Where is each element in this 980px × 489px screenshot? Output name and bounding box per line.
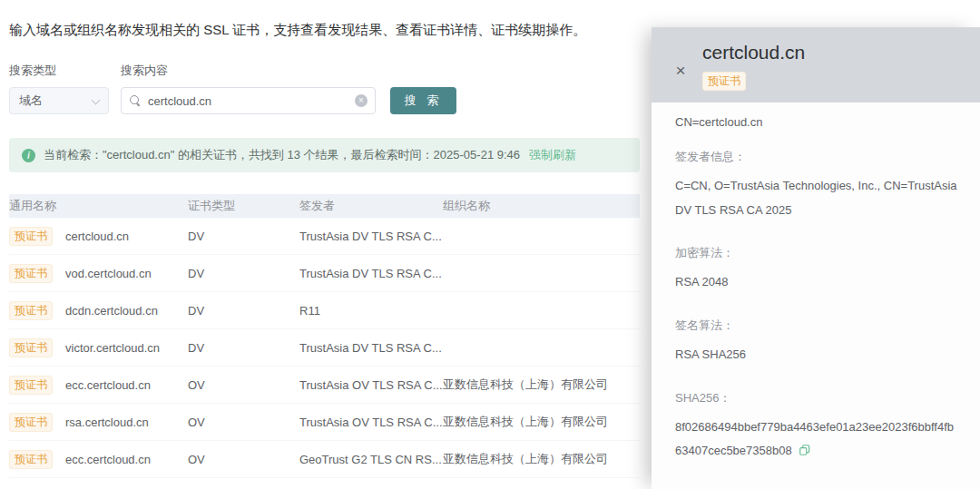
drawer-body[interactable]: CN=certcloud.cn 签发者信息： C=CN, O=TrustAsia…	[652, 103, 980, 489]
search-type-value: 域名	[19, 93, 92, 109]
search-content-label: 搜索内容	[121, 63, 376, 79]
clear-icon[interactable]: ×	[355, 94, 368, 107]
precert-badge: 预证书	[702, 72, 746, 91]
issuer-info-section: 签发者信息： C=CN, O=TrustAsia Technologies, I…	[675, 149, 960, 222]
encryption-alg-label: 加密算法：	[675, 245, 960, 261]
header-issuer: 签发者	[299, 198, 443, 214]
search-input[interactable]	[148, 94, 355, 108]
precert-badge: 预证书	[9, 264, 53, 283]
search-button[interactable]: 搜 索	[390, 87, 456, 114]
cert-detail-drawer: × certcloud.cn 预证书 CN=certcloud.cn 签发者信息…	[652, 27, 980, 489]
issuer-info-label: 签发者信息：	[675, 149, 960, 165]
cert-type: DV	[188, 304, 299, 318]
org-name: 亚数信息科技（上海）有限公司	[443, 377, 640, 393]
issuer: TrustAsia DV TLS RSA C...	[299, 230, 443, 243]
cert-type: DV	[188, 267, 299, 280]
sha256-section: SHA256： 8f02686494bbef779ba4463efe01a23e…	[675, 390, 960, 465]
cert-type: OV	[188, 416, 299, 429]
search-type-select[interactable]: 域名	[9, 87, 109, 114]
precert-badge: 预证书	[9, 376, 53, 395]
common-name: rsa.certcloud.cn	[65, 416, 149, 429]
header-org-name: 组织名称	[443, 198, 640, 214]
issuer: TrustAsia OV TLS RSA C...	[299, 378, 443, 392]
table-row[interactable]: 预证书certcloud.cn DV TrustAsia DV TLS RSA …	[9, 218, 640, 255]
cert-type: DV	[188, 230, 299, 243]
banner-text: 当前检索："certcloud.cn" 的相关证书，共找到 13 个结果，最后检…	[44, 147, 520, 163]
search-content-field: 搜索内容 ×	[121, 63, 376, 114]
signature-alg-label: 签名算法：	[675, 318, 960, 334]
precert-badge: 预证书	[9, 227, 53, 246]
table-row[interactable]: 预证书ecc.certcloud.cn OV GeoTrust G2 TLS C…	[9, 441, 640, 478]
search-result-banner: i 当前检索："certcloud.cn" 的相关证书，共找到 13 个结果，最…	[9, 138, 640, 172]
info-icon: i	[22, 149, 35, 162]
table-row[interactable]: 预证书ecc.certcloud.cn OV TrustAsia OV TLS …	[9, 367, 640, 404]
force-refresh-link[interactable]: 强制刷新	[529, 147, 576, 163]
issuer: TrustAsia DV TLS RSA C...	[299, 267, 443, 280]
common-name: dcdn.certcloud.cn	[65, 304, 158, 318]
issuer: TrustAsia OV TLS RSA C...	[299, 416, 443, 429]
encryption-alg-section: 加密算法： RSA 2048	[675, 245, 960, 295]
issuer: TrustAsia DV TLS RSA C...	[299, 341, 443, 355]
table-header-row: 通用名称 证书类型 签发者 组织名称	[9, 194, 640, 218]
search-icon	[130, 95, 142, 107]
sha256-label: SHA256：	[675, 390, 960, 406]
search-input-box: ×	[121, 87, 376, 114]
search-type-field: 搜索类型 域名	[9, 63, 109, 114]
precert-badge: 预证书	[9, 338, 53, 357]
search-type-label: 搜索类型	[9, 63, 109, 79]
org-name: 亚数信息科技（上海）有限公司	[443, 451, 640, 467]
issuer-info-value: C=CN, O=TrustAsia Technologies, Inc., CN…	[675, 174, 960, 222]
header-common-name: 通用名称	[9, 198, 188, 214]
table-row[interactable]: 预证书rsa.certcloud.cn OV TrustAsia OV TLS …	[9, 404, 640, 441]
close-icon[interactable]: ×	[671, 62, 690, 79]
app-root: 输入域名或组织名称发现相关的 SSL 证书，支持查看发现结果、查看证书详情、证书…	[0, 0, 980, 489]
chevron-down-icon	[92, 96, 101, 105]
issuer: R11	[299, 304, 443, 318]
common-name: ecc.certcloud.cn	[65, 453, 151, 466]
issuer: GeoTrust G2 TLS CN RS...	[299, 453, 443, 466]
copy-icon[interactable]	[799, 441, 811, 465]
precert-badge: 预证书	[9, 413, 53, 432]
cert-type: OV	[188, 453, 299, 466]
table-row[interactable]: 预证书vod.certcloud.cn DV TrustAsia DV TLS …	[9, 255, 640, 292]
cert-type: DV	[188, 341, 299, 355]
precert-badge: 预证书	[9, 450, 53, 469]
drawer-header: × certcloud.cn 预证书	[652, 27, 980, 103]
common-name: vod.certcloud.cn	[65, 267, 152, 280]
common-name: ecc.certcloud.cn	[65, 378, 151, 392]
cn-line: CN=certcloud.cn	[675, 115, 960, 129]
header-cert-type: 证书类型	[188, 198, 299, 214]
certificates-table: 通用名称 证书类型 签发者 组织名称 预证书certcloud.cn DV Tr…	[9, 194, 640, 478]
sha256-value: 8f02686494bbef779ba4463efe01a23ee2023f6b…	[675, 420, 954, 458]
common-name: victor.certcloud.cn	[65, 341, 160, 355]
cert-type: OV	[188, 378, 299, 392]
signature-alg-section: 签名算法： RSA SHA256	[675, 318, 960, 367]
signature-alg-value: RSA SHA256	[675, 343, 960, 367]
common-name: certcloud.cn	[65, 230, 129, 243]
table-row[interactable]: 预证书victor.certcloud.cn DV TrustAsia DV T…	[9, 329, 640, 367]
precert-badge: 预证书	[9, 301, 53, 320]
org-name: 亚数信息科技（上海）有限公司	[443, 414, 640, 430]
encryption-alg-value: RSA 2048	[675, 270, 960, 295]
table-row[interactable]: 预证书dcdn.certcloud.cn DV R11	[9, 292, 640, 329]
drawer-title: certcloud.cn	[702, 42, 805, 64]
